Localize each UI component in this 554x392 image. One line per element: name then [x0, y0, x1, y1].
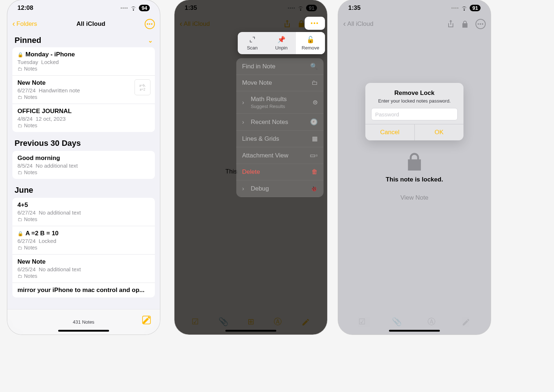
- text-style-icon: Ⓐ: [427, 316, 435, 327]
- note-folder: 🗀 Notes: [17, 273, 150, 279]
- menu-recent-label: Recent Notes: [251, 119, 288, 126]
- note-row[interactable]: Good morning 8/5/24 No additional text 🗀…: [12, 151, 155, 179]
- view-note-button[interactable]: View Note: [338, 194, 491, 201]
- menu-attachment[interactable]: Attachment View ▭▫: [236, 147, 324, 164]
- menu-find-label: Find in Note: [242, 63, 276, 70]
- june-card: 4+5 6/27/24 No additional text 🗀 Notes 🔒…: [12, 198, 155, 297]
- ok-button[interactable]: OK: [415, 124, 464, 140]
- note-row[interactable]: 🔒 A =2 B = 10 6/27/24 Locked 🗀 Notes: [12, 226, 155, 255]
- folder-icon: 🗀: [17, 66, 22, 72]
- menu-delete-label: Delete: [242, 168, 260, 176]
- note-folder: 🗀 Notes: [17, 216, 150, 222]
- action-remove[interactable]: 🔓 Remove: [296, 32, 325, 54]
- note-subtitle: Tuesday Locked: [17, 59, 150, 65]
- compose-icon[interactable]: [301, 317, 310, 327]
- navbar: ‹ Folders All iCloud •••: [7, 16, 160, 32]
- action-remove-label: Remove: [302, 45, 319, 51]
- menu-move[interactable]: Move Note 🗀: [236, 75, 324, 91]
- note-toolbar: ☑ 📎 ⊞ Ⓐ: [174, 309, 327, 335]
- wifi-icon: [461, 4, 467, 12]
- battery-indicator: 91: [306, 5, 317, 11]
- chevron-right-icon: ›: [242, 119, 244, 126]
- back-button[interactable]: ‹ All iCloud: [180, 19, 210, 29]
- menu-lines[interactable]: Lines & Grids ▦: [236, 131, 324, 147]
- lock-large-icon: [338, 152, 491, 172]
- share-icon[interactable]: [447, 20, 454, 29]
- note-row[interactable]: OFFICE JOURNAL 4/8/24 12 oct, 2023 🗀 Not…: [12, 104, 155, 132]
- text-style-icon[interactable]: Ⓐ: [274, 316, 282, 327]
- note-folder: 🗀 Notes: [17, 245, 150, 251]
- note-thumbnail: a+b. a=2: [135, 79, 150, 95]
- section-prev30-header: Previous 30 Days: [7, 132, 160, 151]
- menu-recent[interactable]: › Recent Notes 🕘: [236, 114, 324, 131]
- status-bar: 12:08 •••• 94: [7, 0, 160, 16]
- menu-debug[interactable]: › Debug 🐞: [236, 180, 324, 197]
- action-unpin[interactable]: 📌 Unpin: [267, 32, 296, 54]
- lock-icon[interactable]: [462, 20, 468, 28]
- password-input[interactable]: [371, 108, 458, 120]
- more-button[interactable]: •••: [475, 19, 486, 29]
- note-row[interactable]: 4+5 6/27/24 No additional text 🗀 Notes: [12, 198, 155, 226]
- menu-math[interactable]: › Math Results Suggest Results ⊜: [236, 91, 324, 114]
- alert-title: Remove Lock: [371, 89, 458, 97]
- note-title: 4+5: [17, 201, 150, 209]
- grid-icon: ▦: [312, 135, 318, 143]
- menu-math-sub: Suggest Results: [251, 104, 287, 109]
- lock-icon: 🔒: [17, 231, 23, 236]
- folder-icon: 🗀: [17, 123, 22, 128]
- table-icon[interactable]: ⊞: [248, 317, 254, 327]
- home-indicator: [58, 330, 109, 332]
- navbar: ‹ All iCloud •••: [338, 16, 491, 32]
- section-pinned-header[interactable]: Pinned ⌄: [7, 32, 160, 47]
- action-scan[interactable]: ⌞⌝ Scan: [238, 32, 267, 54]
- back-button[interactable]: ‹ Folders: [12, 19, 37, 29]
- back-label: All iCloud: [347, 20, 373, 28]
- ellipsis-icon: •••: [146, 21, 153, 27]
- remove-lock-icon: 🔓: [297, 36, 324, 44]
- status-bar: 1:35 •••• 91: [338, 0, 491, 16]
- note-row[interactable]: mirror your iPhone to mac control and op…: [12, 283, 155, 297]
- menu-lines-label: Lines & Grids: [242, 135, 279, 143]
- back-button[interactable]: ‹ All iCloud: [343, 19, 373, 29]
- menu-delete[interactable]: Delete 🗑: [236, 164, 324, 180]
- locked-message: This note is locked.: [338, 176, 491, 183]
- menu-debug-label: Debug: [251, 185, 269, 192]
- status-right: •••• 94: [121, 4, 150, 12]
- note-row[interactable]: New Note 6/27/24 Handwritten note 🗀 Note…: [12, 76, 155, 104]
- home-indicator: [389, 330, 440, 332]
- menu-move-label: Move Note: [242, 79, 272, 87]
- scan-icon: ⌞⌝: [239, 36, 265, 44]
- back-label: All iCloud: [184, 20, 210, 28]
- checklist-icon[interactable]: ☑: [192, 317, 199, 327]
- note-folder: 🗀 Notes: [17, 169, 150, 175]
- clock-icon: 🕘: [310, 118, 318, 126]
- more-button-open[interactable]: •••: [305, 17, 325, 30]
- ellipsis-icon: •••: [311, 20, 319, 27]
- wifi-icon: [130, 4, 137, 12]
- unpin-icon: 📌: [268, 36, 294, 44]
- cancel-button[interactable]: Cancel: [365, 124, 415, 140]
- note-folder: 🗀 Notes: [17, 123, 150, 128]
- attachment-icon[interactable]: 📎: [218, 317, 228, 327]
- more-button[interactable]: •••: [145, 19, 155, 29]
- compose-button[interactable]: [142, 315, 151, 325]
- folder-icon: 🗀: [17, 273, 22, 279]
- action-row: ⌞⌝ Scan 📌 Unpin 🔓 Remove: [238, 32, 325, 54]
- status-time: 1:35: [185, 4, 197, 12]
- compose-icon[interactable]: [462, 317, 470, 327]
- note-subtitle: 6/27/24 Locked: [17, 238, 150, 244]
- wifi-icon: [297, 4, 304, 12]
- note-row[interactable]: 🔒 Monday - iPhone Tuesday Locked 🗀 Notes: [12, 47, 155, 76]
- status-time: 12:08: [17, 4, 33, 12]
- chevron-left-icon: ‹: [343, 19, 346, 29]
- folder-icon: 🗀: [312, 79, 318, 87]
- menu-find[interactable]: Find in Note 🔍: [236, 58, 324, 75]
- cellular-dots-icon: ••••: [288, 5, 296, 11]
- section-pinned-label: Pinned: [15, 36, 41, 45]
- chevron-left-icon: ‹: [12, 19, 15, 29]
- status-time: 1:35: [348, 4, 361, 12]
- note-row[interactable]: New Note 6/25/24 No additional text 🗀 No…: [12, 255, 155, 283]
- note-body-text: This: [225, 168, 237, 175]
- battery-indicator: 94: [139, 5, 150, 11]
- chevron-down-icon: ⌄: [148, 37, 153, 44]
